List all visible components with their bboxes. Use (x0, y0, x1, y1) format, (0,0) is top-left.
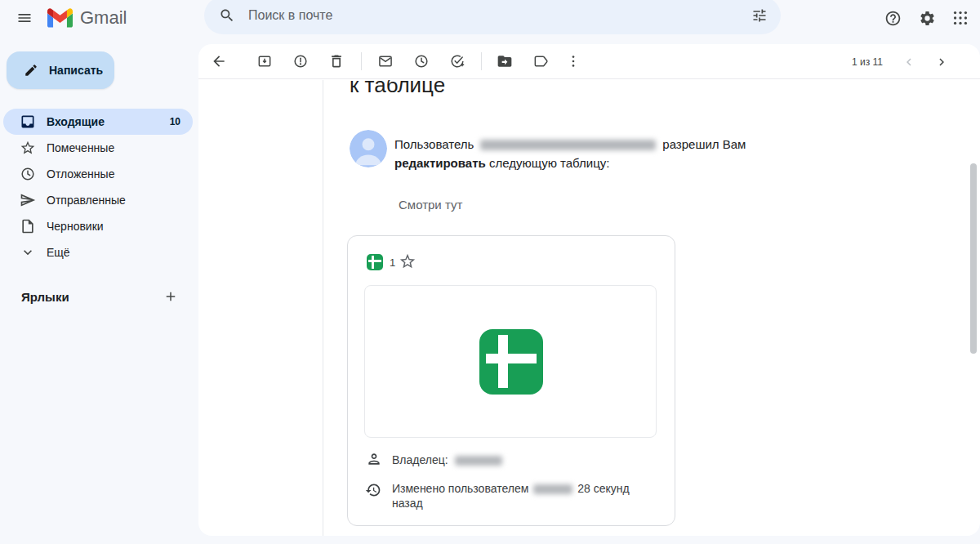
modified-line: Изменено пользователем28 секунд назад (392, 481, 655, 511)
pagination: 1 из 11 (852, 44, 958, 79)
toolbar-divider (481, 52, 482, 70)
tune-icon (751, 7, 768, 24)
vertical-scrollbar[interactable] (970, 163, 977, 354)
help-icon (884, 10, 902, 27)
clock-icon (20, 166, 36, 182)
older-email-button[interactable] (925, 46, 958, 78)
sidebar-item-label: Помеченные (47, 141, 114, 154)
email-content-area: к таблице Пользовательразрешил Вам редак… (198, 80, 980, 536)
sheets-icon (367, 254, 383, 270)
sidebar-item-snoozed[interactable]: Отложенные (3, 161, 193, 187)
google-apps-button[interactable] (942, 0, 978, 36)
sheets-large-icon-cross-h (486, 354, 537, 363)
move-to-button[interactable] (490, 47, 519, 76)
snooze-button[interactable] (407, 47, 436, 76)
reading-pane-gutter (198, 80, 323, 536)
email-subject: к таблице (350, 80, 445, 98)
sidebar-item-starred[interactable]: Помеченные (3, 135, 193, 161)
owner-label: Владелец: (392, 453, 448, 466)
chevron-right-icon (934, 55, 949, 69)
search-submit-button[interactable] (211, 0, 243, 32)
sidebar-item-drafts[interactable]: Черновики (3, 213, 193, 239)
chevron-left-icon (902, 55, 916, 69)
body-line-2: редактировать следующую таблицу: (394, 154, 746, 172)
sidebar-item-label: Ещё (47, 246, 70, 259)
body-intro-rest: следующую таблицу: (489, 156, 610, 170)
mark-unread-button[interactable] (371, 47, 400, 76)
draft-icon (20, 218, 36, 234)
sidebar-item-label: Отправленные (47, 194, 126, 207)
create-label-button[interactable] (158, 284, 183, 309)
newer-email-button[interactable] (893, 46, 925, 78)
top-header: Gmail (0, 0, 980, 39)
sidebar-item-inbox[interactable]: Входящие 10 (3, 109, 193, 135)
plus-icon (163, 289, 178, 304)
email-toolbar: 1 из 11 (198, 44, 980, 79)
report-spam-button[interactable] (286, 47, 315, 76)
label-tag-icon (532, 53, 549, 69)
label-button[interactable] (526, 47, 555, 76)
sender-avatar (350, 130, 387, 167)
snooze-clock-icon (413, 53, 430, 69)
sidebar-item-more[interactable]: Ещё (3, 239, 193, 265)
app-name: Gmail (80, 7, 127, 29)
person-icon (366, 451, 382, 467)
pagination-count: 1 из 11 (852, 56, 883, 68)
archive-icon (256, 53, 273, 69)
sheets-icon-cross-h (368, 260, 381, 262)
body-intro-suffix: разрешил Вам (662, 137, 746, 151)
body-intro-prefix: Пользователь (394, 137, 474, 151)
email-body-text: Пользовательразрешил Вам редактировать с… (394, 135, 746, 172)
gmail-logo[interactable]: Gmail (47, 7, 127, 29)
see-here-link[interactable]: Смотри тут (399, 198, 462, 212)
file-preview (364, 285, 657, 438)
search-icon (219, 7, 235, 24)
search-bar[interactable] (204, 0, 781, 34)
search-options-button[interactable] (743, 0, 776, 32)
redacted-owner-name (455, 456, 502, 466)
star-icon (20, 140, 36, 156)
archive-button[interactable] (250, 47, 279, 76)
labels-title: Ярлыки (21, 290, 69, 304)
sheets-large-icon (479, 329, 543, 395)
shared-file-card[interactable]: 1 Владелец: (347, 235, 675, 526)
body-action-bold: редактировать (394, 156, 486, 170)
delete-button[interactable] (322, 47, 351, 76)
help-button[interactable] (875, 0, 911, 36)
gear-icon (919, 10, 936, 27)
back-icon (211, 53, 227, 69)
compose-label: Написать (49, 64, 103, 77)
body-line-1: Пользовательразрешил Вам (394, 135, 746, 154)
star-file-button[interactable] (399, 252, 418, 272)
add-to-tasks-button[interactable] (443, 47, 472, 76)
labels-section-header: Ярлыки (0, 282, 193, 311)
file-title: 1 (390, 256, 395, 269)
settings-button[interactable] (909, 0, 945, 36)
sidebar: Написать Входящие 10 Помеченные Отложенн… (0, 39, 198, 544)
sidebar-item-label: Отложенные (47, 167, 114, 181)
more-options-button[interactable] (559, 47, 588, 76)
search-input[interactable] (243, 0, 743, 34)
sidebar-item-label: Черновики (47, 220, 104, 233)
back-button[interactable] (204, 47, 234, 76)
compose-button[interactable]: Написать (7, 51, 114, 89)
sidebar-nav: Входящие 10 Помеченные Отложенные Отправ… (3, 109, 193, 265)
redacted-modifier-name (533, 484, 572, 494)
main-menu-button[interactable] (7, 0, 42, 36)
hamburger-icon (16, 10, 33, 26)
modified-prefix: Изменено пользователем (392, 482, 528, 495)
trash-icon (328, 53, 345, 69)
report-spam-icon (292, 53, 309, 69)
envelope-icon (377, 53, 394, 69)
gmail-m-icon (47, 8, 73, 28)
more-vert-icon (565, 53, 581, 69)
sidebar-item-sent[interactable]: Отправленные (3, 187, 193, 213)
toolbar-divider (361, 52, 362, 70)
owner-line: Владелец: (392, 453, 502, 466)
pencil-icon (24, 63, 38, 78)
redacted-sender-email (480, 140, 656, 150)
history-icon (365, 482, 381, 498)
inbox-icon (20, 114, 36, 130)
sidebar-item-label: Входящие (47, 115, 105, 128)
email-view: к таблице Пользовательразрешил Вам редак… (324, 80, 980, 536)
